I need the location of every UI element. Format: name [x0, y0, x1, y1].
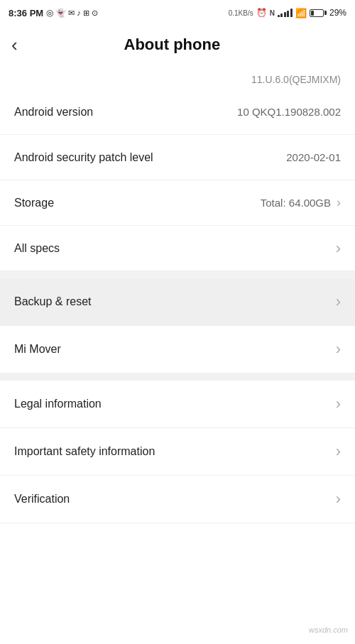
grid-icon: ⊞ [83, 9, 89, 18]
legal-information-label: Legal information [14, 398, 102, 410]
back-button[interactable]: ‹ [11, 33, 23, 57]
network-speed: 0.1KB/s [229, 9, 253, 17]
page-title: About phone [23, 36, 321, 54]
battery-percent: 29% [329, 8, 346, 18]
mi-mover-label: Mi Mover [14, 343, 61, 356]
backup-reset-label: Backup & reset [14, 295, 92, 308]
nfc-icon: N [270, 9, 275, 17]
header: ‹ About phone [0, 26, 355, 67]
android-version-value: 10 QKQ1.190828.002 [237, 106, 341, 118]
version-row: 11.U.6.0(QEJMIXM) [0, 67, 355, 89]
storage-label: Storage [14, 197, 54, 209]
verification-row[interactable]: Verification › [0, 476, 355, 523]
all-specs-row[interactable]: All specs › [0, 226, 355, 271]
mi-mover-row[interactable]: Mi Mover › [0, 326, 355, 373]
status-bar: 8:36 PM ◎ 👻 ✉ ♪ ⊞ ⊙ 0.1KB/s ⏰ N 📶 [0, 0, 355, 26]
alarm-icon: ⏰ [256, 8, 267, 18]
all-specs-label: All specs [14, 242, 60, 255]
security-patch-value: 2020-02-01 [286, 151, 341, 163]
safety-information-label: Important safety information [14, 445, 155, 458]
whatsapp-icon: ◎ [46, 8, 53, 18]
verification-chevron-icon: › [336, 490, 341, 508]
battery-icon [310, 9, 327, 17]
status-right: 0.1KB/s ⏰ N 📶 29% [229, 8, 346, 18]
notification-icons: ◎ 👻 ✉ ♪ ⊞ ⊙ [46, 8, 98, 18]
legal-information-chevron-icon: › [336, 395, 341, 413]
main-content: 11.U.6.0(QEJMIXM) Android version 10 QKQ… [0, 67, 355, 523]
all-specs-chevron-icon: › [336, 239, 341, 258]
android-version-row: Android version 10 QKQ1.190828.002 [0, 89, 355, 135]
wifi-icon: 📶 [295, 8, 307, 18]
status-time: 8:36 PM [9, 8, 43, 18]
section-divider [0, 271, 355, 278]
section-divider-2 [0, 373, 355, 381]
safety-information-row[interactable]: Important safety information › [0, 428, 355, 476]
signal-bars-icon [278, 9, 293, 17]
status-left: 8:36 PM ◎ 👻 ✉ ♪ ⊞ ⊙ [9, 8, 98, 18]
storage-value: Total: 64.00GB › [261, 195, 341, 210]
storage-chevron-icon: › [337, 195, 341, 210]
security-patch-label: Android security patch level [14, 151, 153, 164]
mi-mover-chevron-icon: › [336, 340, 341, 359]
version-value: 11.U.6.0(QEJMIXM) [251, 74, 341, 85]
snapchat-icon: 👻 [55, 8, 66, 18]
location-icon: ⊙ [92, 9, 98, 18]
safety-information-chevron-icon: › [336, 442, 341, 461]
watermark: wsxdn.com [309, 626, 348, 634]
storage-row[interactable]: Storage Total: 64.00GB › [0, 180, 355, 226]
backup-reset-row[interactable]: Backup & reset › [0, 278, 355, 326]
backup-reset-chevron-icon: › [336, 293, 341, 311]
tiktok-icon: ♪ [77, 9, 81, 17]
security-patch-row: Android security patch level 2020-02-01 [0, 135, 355, 180]
android-version-label: Android version [14, 106, 93, 119]
legal-information-row[interactable]: Legal information › [0, 381, 355, 428]
verification-label: Verification [14, 493, 70, 506]
sms-icon: ✉ [68, 9, 75, 18]
